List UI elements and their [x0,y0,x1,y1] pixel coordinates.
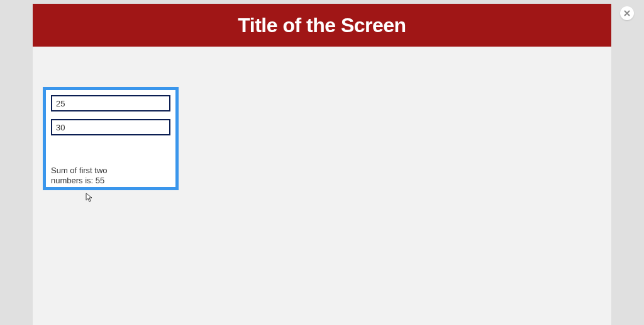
close-icon [624,10,630,16]
number-input-1[interactable] [51,95,170,111]
page-title: Title of the Screen [238,14,406,37]
close-button[interactable] [620,6,634,20]
number-input-2[interactable] [51,119,170,135]
modal-container: Title of the Screen Sum of first two num… [33,4,611,325]
sum-widget: Sum of first two numbers is: 55 [43,87,179,190]
header-bar: Title of the Screen [33,4,611,47]
sum-result-text: Sum of first two numbers is: 55 [51,166,133,185]
